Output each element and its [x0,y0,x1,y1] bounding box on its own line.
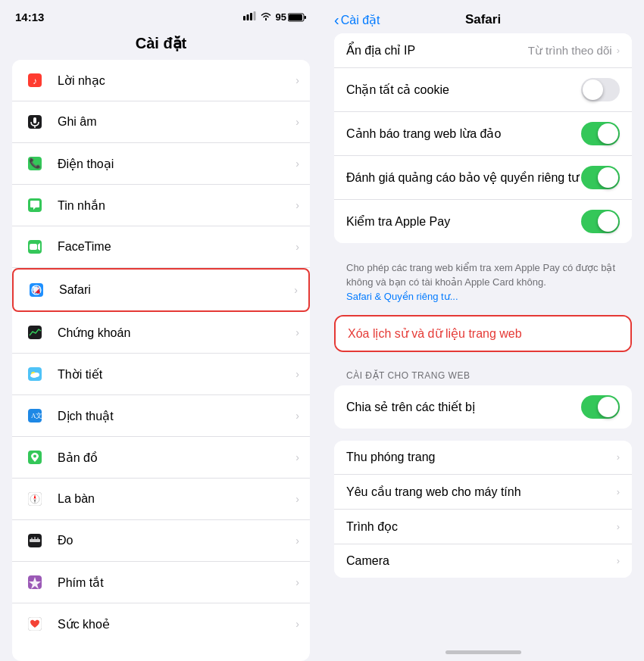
measure-label: Đo [58,534,295,547]
ad-privacy-label: Đánh giá quảng cáo bảo vệ quyền riêng tư [346,170,581,185]
back-chevron-icon: ‹ [334,12,339,27]
facetime-label: FaceTime [58,240,295,254]
chevron-icon: › [294,284,298,296]
chevron-icon: › [295,241,299,253]
settings-item-safari[interactable]: Safari› [12,268,310,312]
svg-point-33 [33,455,36,458]
settings-list: ♪Lời nhạc›Ghi âm›📞Điện thoại›Tin nhắn›Fa… [12,60,310,661]
ad-privacy-toggle[interactable] [581,166,620,189]
row-ad-privacy[interactable]: Đánh giá quảng cáo bảo vệ quyền riêng tư [334,156,632,200]
health-label: Sức khoẻ [58,617,295,631]
translate-icon: A文 [23,404,47,428]
chevron-icon: › [295,576,299,588]
svg-rect-3 [253,11,255,20]
settings-item-phone[interactable]: 📞Điện thoại› [12,143,310,185]
signal-icon [243,11,256,23]
settings-item-health[interactable]: Sức khoẻ› [12,603,310,644]
footer-link[interactable]: Safari & Quyền riêng tư... [346,291,458,302]
compass-icon [23,487,47,511]
compass-label: La bàn [58,492,295,506]
maps-icon [23,445,47,469]
chevron-icon: › [617,451,620,463]
chevron-icon: › [295,74,299,86]
row-share-devices[interactable]: Chia sẻ trên các thiết bị [334,385,632,429]
row-reader[interactable]: Trình đọc› [334,510,632,544]
row-page-zoom[interactable]: Thu phóng trang› [334,441,632,475]
fraud-warning-toggle[interactable] [581,122,620,145]
bottom-bar [322,646,644,661]
settings-item-recorder[interactable]: Ghi âm› [12,101,310,143]
messages-label: Tin nhắn [58,198,295,213]
chevron-icon: › [295,368,299,380]
page-zoom-label: Thu phóng trang [346,451,617,464]
status-time: 14:13 [15,11,44,23]
svg-rect-2 [250,13,252,20]
svg-rect-0 [243,16,245,20]
chevron-icon: › [295,493,299,505]
chevron-icon: › [295,410,299,422]
settings-item-measure[interactable]: Đo› [12,520,310,562]
nav-back-label: Cài đặt [341,13,380,27]
recorder-label: Ghi âm [58,115,295,129]
left-panel-title: Cài đặt [0,28,322,60]
settings-item-maps[interactable]: Bản đồ› [12,437,310,479]
svg-rect-16 [30,244,37,250]
chevron-icon: › [295,326,299,338]
fraud-warning-label: Cảnh báo trang web lừa đảo [346,126,581,141]
share-devices-label: Chia sẻ trên các thiết bị [346,400,581,414]
settings-item-stocks[interactable]: Chứng khoán› [12,312,310,354]
shortcuts-label: Phím tắt [58,575,295,590]
svg-rect-39 [30,539,40,542]
row-ip-address[interactable]: Ẩn địa chỉ IPTừ trình theo dõi› [334,33,632,68]
clear-history-section: Xóa lịch sử và dữ liệu trang web [334,315,632,352]
row-block-cookies[interactable]: Chặn tất cả cookie [334,68,632,112]
settings-item-weather[interactable]: Thời tiết› [12,354,310,395]
row-apple-pay[interactable]: Kiểm tra Apple Pay [334,200,632,243]
settings-item-translate[interactable]: A文Dịch thuật› [12,395,310,437]
chevron-icon: › [617,555,620,566]
right-nav: ‹ Cài đặt Safari [322,0,644,33]
right-panel-title: Safari [465,12,501,27]
apple-pay-label: Kiểm tra Apple Pay [346,214,581,229]
clear-history-row[interactable]: Xóa lịch sử và dữ liệu trang web [336,316,630,351]
svg-text:文: 文 [36,412,42,419]
chevron-icon: › [617,521,620,532]
measure-icon [23,528,47,553]
phone-label: Điện thoại [58,157,295,171]
svg-rect-6 [289,14,302,20]
extra-section: Thu phóng trang›Yêu cầu trang web cho má… [334,441,632,578]
right-panel: ‹ Cài đặt Safari Ẩn địa chỉ IPTừ trình t… [322,0,644,661]
row-camera[interactable]: Camera› [334,544,632,578]
chevron-icon: › [295,535,299,547]
settings-item-ringtone[interactable]: ♪Lời nhạc› [12,60,310,101]
maps-label: Bản đồ [58,451,295,465]
row-desktop-request[interactable]: Yêu cầu trang web cho máy tính› [334,475,632,510]
settings-item-compass[interactable]: La bàn› [12,479,310,520]
svg-rect-1 [246,14,249,20]
share-devices-toggle[interactable] [581,395,620,419]
home-indicator [445,650,521,654]
chevron-icon: › [295,618,299,630]
shortcuts-icon [23,570,47,594]
block-cookies-label: Chặn tất cả cookie [346,83,581,97]
chevron-icon: › [617,45,620,56]
chevron-icon: › [617,486,620,497]
block-cookies-toggle[interactable] [581,78,620,101]
settings-item-messages[interactable]: Tin nhắn› [12,185,310,226]
section-footer: Cho phép các trang web kiểm tra xem Appl… [334,255,632,315]
settings-item-shortcuts[interactable]: Phím tắt› [12,562,310,603]
translate-label: Dịch thuật [58,409,295,423]
nav-back-button[interactable]: ‹ Cài đặt [334,12,380,27]
wifi-icon [260,11,272,23]
phone-icon: 📞 [23,151,47,176]
row-fraud-warning[interactable]: Cảnh báo trang web lừa đảo [334,112,632,156]
ip-address-label: Ẩn địa chỉ IP [346,43,528,58]
web-settings-header: CÀI ĐẶT CHO TRANG WEB [334,364,632,385]
health-icon [23,612,47,636]
right-content: Ẩn địa chỉ IPTừ trình theo dõi›Chặn tất … [322,33,644,646]
apple-pay-toggle[interactable] [581,210,620,233]
settings-item-facetime[interactable]: FaceTime› [12,226,310,268]
weather-icon [23,362,47,386]
stocks-label: Chứng khoán [58,326,295,340]
messages-icon [23,193,47,217]
